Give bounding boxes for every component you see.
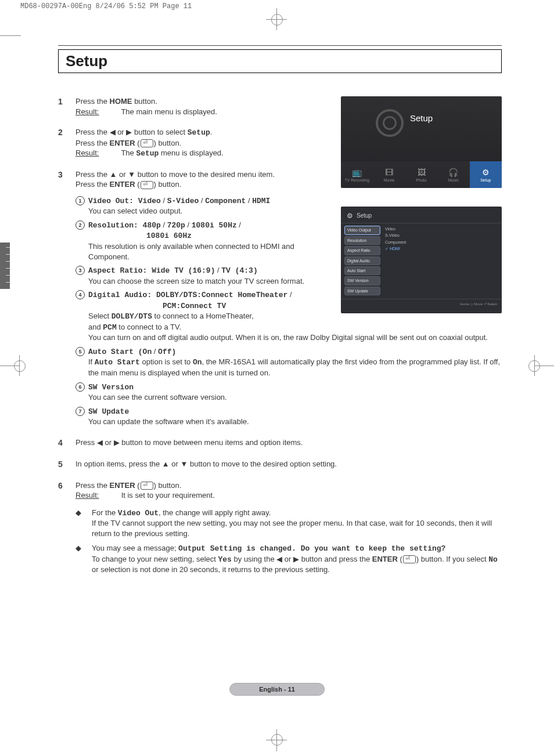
circled-number-icon: 5: [75, 347, 85, 356]
step-number: 4: [58, 437, 75, 448]
note-1: ◆ For the Video Out, the change will app…: [75, 508, 502, 539]
screenshot-left-item: Resolution: [344, 236, 380, 245]
menu-label: TV Recording: [344, 178, 369, 183]
enter-icon: [141, 181, 153, 189]
step-6: 6 Press the ENTER () button. Result: It …: [58, 480, 502, 501]
menu-icon: 🖼: [418, 168, 426, 176]
up-arrow-icon: ▲: [162, 460, 170, 468]
left-arrow-icon: ◀: [110, 128, 116, 136]
step-number: 1: [58, 96, 75, 117]
circled-number-icon: 4: [75, 290, 85, 299]
result-label: Result:: [75, 490, 119, 501]
right-arrow-icon: ▶: [114, 438, 120, 447]
screenshot-menu-item: ⚙Setup: [470, 161, 502, 188]
step-number: 5: [58, 459, 75, 470]
screenshot-menu-item: 🎧Music: [437, 161, 469, 188]
screenshot-menu-item: 🎞Movie: [373, 161, 405, 188]
screenshot-right-item: Component: [385, 239, 502, 245]
screenshot-left-item: Auto Start: [344, 266, 380, 275]
button-name: ENTER: [110, 481, 135, 490]
result-text: It is set to your requirement.: [121, 491, 215, 500]
subitem-5: 5 Auto Start (On / Off) If Auto Start op…: [75, 346, 502, 378]
menu-icon: 🎧: [448, 168, 458, 176]
crop-circle: [528, 360, 540, 372]
gear-icon: ⚙: [347, 211, 353, 220]
screenshot-right-item: Video: [385, 226, 502, 232]
circled-number-icon: 1: [75, 196, 85, 205]
subitem-6: 6 SW Version You can see the current sof…: [75, 382, 502, 403]
circled-number-icon: 7: [75, 407, 85, 416]
section-title: Setup: [66, 52, 107, 70]
left-arrow-icon: ◀: [276, 555, 282, 563]
section-title-bar: Setup: [58, 49, 502, 73]
enter-icon: [403, 555, 416, 563]
button-name: HOME: [110, 97, 132, 106]
screenshot-menu-item: 📺TV Recording: [341, 161, 373, 188]
right-arrow-icon: ▶: [293, 555, 299, 563]
button-name: ENTER: [110, 139, 135, 147]
menu-icon: ⚙: [482, 168, 490, 176]
screenshot-left-item: SW Version: [344, 276, 380, 285]
ruler-stub: [0, 243, 10, 289]
left-arrow-icon: ◀: [97, 438, 103, 447]
down-arrow-icon: ▼: [128, 170, 135, 179]
enter-icon: [141, 482, 153, 490]
screenshot-setup-menu: ⚙ Setup Video OutputResolutionAspect Rat…: [341, 207, 502, 313]
screenshot-left-item: SW Update: [344, 287, 380, 295]
menu-label: Setup: [480, 178, 491, 183]
crop-circle: [14, 360, 26, 372]
result-text: The main menu is displayed.: [121, 107, 217, 116]
circled-number-icon: 2: [75, 220, 85, 230]
step-number: 2: [58, 127, 75, 159]
crop-mark: [0, 35, 21, 36]
button-name: ENTER: [110, 180, 135, 189]
result-label: Result:: [75, 107, 119, 117]
step-5: 5 In option items, press the ▲ or ▼ butt…: [58, 459, 502, 470]
crop-circle: [271, 14, 283, 26]
screenshot-menu-item: 🖼Photo: [405, 161, 437, 188]
screenshot-left-item: Aspect Ratio: [344, 246, 380, 255]
circled-number-icon: 6: [75, 382, 85, 392]
right-arrow-icon: ▶: [126, 128, 132, 136]
rule-top: [58, 45, 502, 46]
page-footer: English - 11: [229, 683, 325, 696]
screenshot-main-menu: Setup 📺TV Recording🎞Movie🖼Photo🎧Music⚙Se…: [341, 96, 502, 188]
subitem-7: 7 SW Update You can update the software …: [75, 406, 502, 427]
step-4: 4 Press ◀ or ▶ button to move between me…: [58, 437, 502, 448]
step-number: 3: [58, 169, 75, 190]
menu-icon: 📺: [352, 168, 362, 176]
print-header: MD68-00297A-00Eng 8/24/06 5:52 PM Page 1…: [0, 0, 554, 10]
menu-label: Music: [448, 178, 459, 183]
screenshot-left-item: Digital Audio: [344, 256, 380, 265]
menu-label: Movie: [384, 178, 395, 183]
note-2: ◆ You may see a message; Output Setting …: [75, 543, 502, 575]
diamond-bullet-icon: ◆: [75, 508, 92, 539]
menu-icon: 🎞: [385, 168, 393, 176]
screenshot-right-item: ✓ HDMI: [385, 245, 502, 252]
diamond-bullet-icon: ◆: [75, 543, 92, 575]
result-label: Result:: [75, 148, 119, 158]
step-number: 6: [58, 480, 75, 501]
enter-icon: [141, 139, 153, 147]
crop-circle: [271, 734, 283, 746]
screenshot-title: Setup: [341, 113, 502, 124]
menu-label: Photo: [416, 178, 426, 183]
screenshot-footer: Home ◇ Move ⏎ Select: [341, 299, 502, 308]
screenshot-right-item: S-Video: [385, 232, 502, 238]
circled-number-icon: 3: [75, 266, 85, 275]
screenshot-title: Setup: [357, 212, 372, 220]
button-name: ENTER: [372, 555, 398, 563]
down-arrow-icon: ▼: [181, 460, 188, 468]
screenshot-left-item: Video Output: [344, 226, 380, 234]
up-arrow-icon: ▲: [110, 170, 117, 179]
